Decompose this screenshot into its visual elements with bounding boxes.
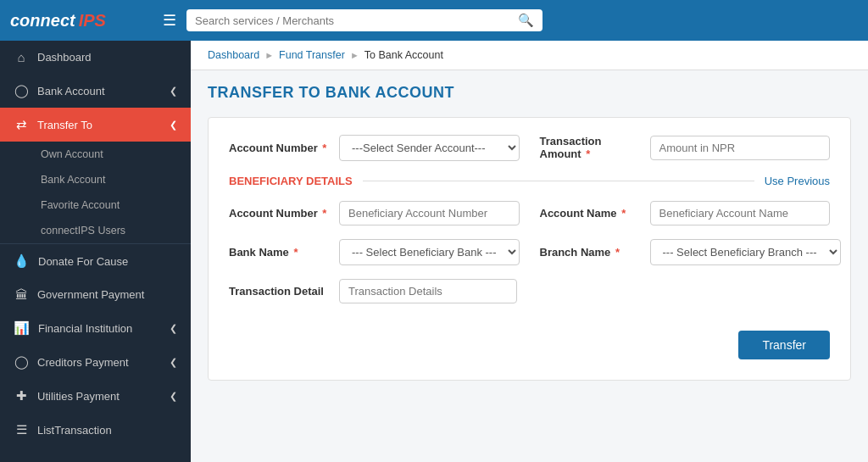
bank-name-group: Bank Name * --- Select Beneficiary Bank … (229, 239, 520, 265)
page-area: TRANSFER TO BANK ACCOUNT Account Number … (191, 70, 868, 462)
sidebar-sub-connectips-users[interactable]: connectIPS Users (0, 218, 191, 243)
breadcrumb: Dashboard ► Fund Transfer ► To Bank Acco… (191, 41, 868, 70)
search-icon: 🔍 (518, 13, 534, 28)
header: connect IPS ☰ 🔍 (0, 0, 868, 41)
layout: ⌂ Dashboard ◯ Bank Account ❮ ⇄ Transfer … (0, 41, 868, 462)
sidebar-item-label: Bank Account (37, 85, 105, 97)
transaction-amount-group: Transaction Amount * (540, 135, 831, 160)
form-row-2: Account Number * Account Name * (229, 201, 830, 225)
sender-account-select[interactable]: ---Select Sender Account--- (339, 135, 520, 161)
bank-account-icon: ◯ (14, 83, 29, 98)
sidebar-item-label: Government Payment (37, 288, 144, 301)
main-content: Dashboard ► Fund Transfer ► To Bank Acco… (191, 41, 868, 462)
logo-area: connect IPS (10, 11, 146, 31)
transfer-icon: ⇄ (14, 117, 29, 132)
sidebar-item-label: Donate For Cause (38, 255, 128, 268)
divider-line (363, 181, 754, 181)
form-actions: Transfer (229, 317, 830, 359)
financial-icon: 📊 (14, 320, 30, 336)
chevron-icon: ❮ (170, 86, 177, 97)
transaction-detail-group: Transaction Detail (229, 279, 517, 303)
sidebar-item-government-payment[interactable]: 🏛 Government Payment (0, 278, 191, 311)
sidebar-item-list-transaction[interactable]: ☰ ListTransaction (0, 413, 191, 447)
form-row-4: Transaction Detail (229, 279, 830, 303)
dashboard-icon: ⌂ (14, 50, 29, 64)
transfer-form-card: Account Number * ---Select Sender Accoun… (208, 117, 851, 381)
chevron-icon: ❮ (170, 357, 177, 368)
account-number-label: Account Number * (229, 142, 331, 154)
sidebar-item-label: Utilities Payment (37, 390, 120, 403)
sidebar-item-bank-account[interactable]: ◯ Bank Account ❮ (0, 74, 191, 108)
sidebar-item-donate-for-cause[interactable]: 💧 Donate For Cause (0, 244, 191, 278)
use-previous-link[interactable]: Use Previous (765, 175, 830, 187)
branch-name-group: Branch Name * --- Select Beneficiary Bra… (540, 239, 831, 265)
ben-account-name-input[interactable] (650, 201, 831, 225)
sidebar-item-dashboard[interactable]: ⌂ Dashboard (0, 41, 191, 74)
ben-account-number-label: Account Number * (229, 207, 331, 220)
breadcrumb-dashboard[interactable]: Dashboard (208, 49, 259, 61)
transaction-detail-input[interactable] (339, 279, 517, 303)
search-input[interactable] (195, 14, 511, 27)
sidebar-item-label: Creditors Payment (37, 356, 129, 369)
hamburger-icon[interactable]: ☰ (163, 11, 176, 30)
breadcrumb-sep2: ► (350, 50, 359, 60)
sidebar-item-label: Transfer To (37, 119, 92, 131)
ben-account-name-group: Account Name * (540, 201, 831, 225)
logo-connect: connect (10, 11, 75, 31)
account-number-group: Account Number * ---Select Sender Accoun… (229, 135, 520, 161)
sidebar-item-financial-institution[interactable]: 📊 Financial Institution ❮ (0, 311, 191, 345)
ben-account-name-label: Account Name * (540, 207, 642, 220)
chevron-icon: ❮ (170, 391, 177, 402)
form-row-3: Bank Name * --- Select Beneficiary Bank … (229, 239, 830, 265)
sidebar-item-utilities-payment[interactable]: ✚ Utilities Payment ❮ (0, 379, 191, 413)
utilities-icon: ✚ (14, 388, 29, 404)
government-icon: 🏛 (14, 287, 29, 302)
breadcrumb-fund-transfer[interactable]: Fund Transfer (279, 49, 345, 61)
search-bar: 🔍 (186, 9, 542, 31)
transaction-amount-label: Transaction Amount * (540, 135, 642, 160)
breadcrumb-sep1: ► (264, 50, 274, 60)
page-title: TRANSFER TO BANK ACCOUNT (208, 84, 851, 102)
transfer-button[interactable]: Transfer (738, 331, 830, 359)
branch-name-label: Branch Name * (540, 246, 642, 259)
sidebar-item-label: ListTransaction (37, 424, 112, 437)
sidebar-item-label: Financial Institution (38, 322, 132, 335)
beneficiary-section-divider: BENEFICIARY DETAILS Use Previous (229, 175, 830, 187)
sidebar-item-creditors-payment[interactable]: ◯ Creditors Payment ❮ (0, 345, 191, 379)
list-icon: ☰ (14, 422, 29, 437)
bank-name-select[interactable]: --- Select Beneficiary Bank --- (339, 239, 520, 265)
sidebar-sub-favorite-account[interactable]: Favorite Account (0, 192, 191, 218)
transaction-detail-label: Transaction Detail (229, 285, 331, 298)
beneficiary-section-label: BENEFICIARY DETAILS (229, 175, 353, 187)
sidebar-item-transfer-to[interactable]: ⇄ Transfer To ❮ (0, 108, 191, 142)
ben-account-number-group: Account Number * (229, 201, 520, 225)
sidebar-sub-own-account[interactable]: Own Account (0, 142, 191, 167)
bank-name-label: Bank Name * (229, 246, 331, 259)
logo-ips: IPS (79, 11, 106, 31)
transaction-amount-input[interactable] (650, 136, 831, 160)
form-row-1: Account Number * ---Select Sender Accoun… (229, 135, 830, 161)
sidebar: ⌂ Dashboard ◯ Bank Account ❮ ⇄ Transfer … (0, 41, 191, 462)
chevron-icon: ❮ (170, 120, 177, 131)
creditors-icon: ◯ (14, 354, 29, 370)
ben-account-number-input[interactable] (339, 201, 520, 225)
donate-icon: 💧 (14, 253, 30, 269)
breadcrumb-current: To Bank Account (364, 49, 443, 61)
chevron-icon: ❮ (170, 323, 177, 334)
sidebar-item-label: Dashboard (37, 51, 92, 64)
branch-name-select[interactable]: --- Select Beneficiary Branch --- (650, 239, 841, 265)
sidebar-sub-bank-account[interactable]: Bank Account (0, 167, 191, 192)
